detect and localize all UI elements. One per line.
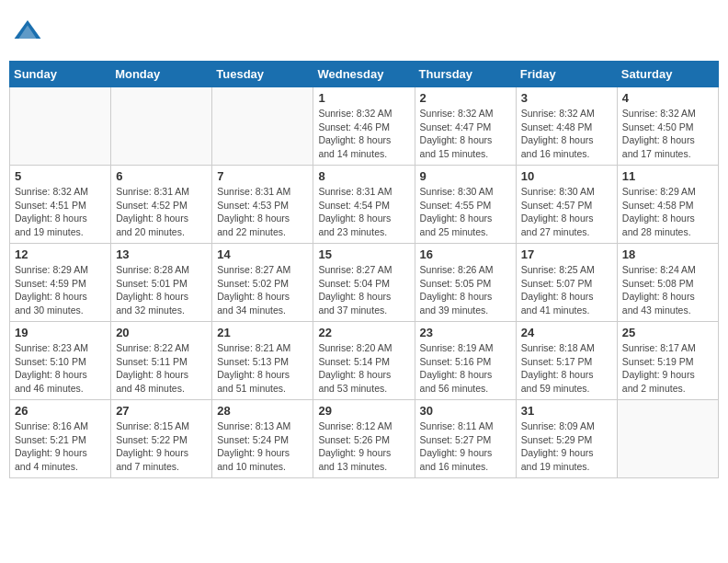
calendar-cell: 29Sunrise: 8:12 AM Sunset: 5:26 PM Dayli… [313, 400, 415, 478]
day-number: 27 [116, 404, 207, 418]
day-number: 30 [420, 404, 511, 418]
day-info: Sunrise: 8:20 AM Sunset: 5:14 PM Dayligh… [318, 341, 409, 396]
calendar-cell [212, 87, 313, 166]
calendar-cell: 25Sunrise: 8:17 AM Sunset: 5:19 PM Dayli… [617, 322, 718, 400]
day-number: 16 [420, 247, 511, 261]
calendar-cell: 20Sunrise: 8:22 AM Sunset: 5:11 PM Dayli… [111, 322, 212, 400]
day-number: 6 [116, 169, 207, 183]
calendar-cell: 23Sunrise: 8:19 AM Sunset: 5:16 PM Dayli… [415, 322, 516, 400]
day-info: Sunrise: 8:23 AM Sunset: 5:10 PM Dayligh… [15, 341, 106, 396]
day-number: 2 [420, 91, 511, 105]
day-info: Sunrise: 8:25 AM Sunset: 5:07 PM Dayligh… [521, 263, 612, 317]
day-info: Sunrise: 8:11 AM Sunset: 5:27 PM Dayligh… [420, 419, 511, 474]
calendar-cell: 7Sunrise: 8:31 AM Sunset: 4:53 PM Daylig… [212, 166, 313, 244]
day-number: 9 [420, 169, 511, 183]
calendar-cell: 13Sunrise: 8:28 AM Sunset: 5:01 PM Dayli… [111, 244, 212, 322]
day-info: Sunrise: 8:29 AM Sunset: 4:58 PM Dayligh… [622, 185, 713, 239]
calendar-cell: 9Sunrise: 8:30 AM Sunset: 4:55 PM Daylig… [415, 166, 516, 244]
calendar-cell: 1Sunrise: 8:32 AM Sunset: 4:46 PM Daylig… [313, 87, 415, 166]
day-info: Sunrise: 8:15 AM Sunset: 5:22 PM Dayligh… [116, 419, 207, 474]
day-number: 10 [521, 169, 612, 183]
day-number: 21 [217, 326, 308, 339]
weekday-header-row: SundayMondayTuesdayWednesdayThursdayFrid… [10, 62, 719, 87]
day-number: 3 [521, 91, 612, 105]
calendar-cell: 28Sunrise: 8:13 AM Sunset: 5:24 PM Dayli… [212, 400, 313, 478]
logo [13, 17, 44, 46]
day-number: 29 [318, 404, 409, 418]
calendar-cell: 19Sunrise: 8:23 AM Sunset: 5:10 PM Dayli… [10, 322, 111, 400]
day-info: Sunrise: 8:31 AM Sunset: 4:53 PM Dayligh… [217, 185, 308, 239]
day-info: Sunrise: 8:12 AM Sunset: 5:26 PM Dayligh… [318, 419, 409, 474]
day-number: 15 [318, 247, 409, 261]
calendar-cell [10, 87, 111, 166]
day-number: 12 [15, 247, 106, 261]
weekday-header-sunday: Sunday [10, 62, 111, 87]
day-info: Sunrise: 8:13 AM Sunset: 5:24 PM Dayligh… [217, 419, 308, 474]
calendar-cell: 30Sunrise: 8:11 AM Sunset: 5:27 PM Dayli… [415, 400, 516, 478]
day-number: 7 [217, 169, 308, 183]
day-number: 22 [318, 326, 409, 339]
calendar-cell: 22Sunrise: 8:20 AM Sunset: 5:14 PM Dayli… [313, 322, 415, 400]
calendar-cell: 6Sunrise: 8:31 AM Sunset: 4:52 PM Daylig… [111, 166, 212, 244]
calendar-cell: 17Sunrise: 8:25 AM Sunset: 5:07 PM Dayli… [516, 244, 617, 322]
day-info: Sunrise: 8:31 AM Sunset: 4:52 PM Dayligh… [116, 185, 207, 239]
weekday-header-friday: Friday [516, 62, 617, 87]
day-info: Sunrise: 8:30 AM Sunset: 4:55 PM Dayligh… [420, 185, 511, 239]
day-info: Sunrise: 8:32 AM Sunset: 4:46 PM Dayligh… [318, 107, 409, 161]
day-number: 20 [116, 326, 207, 339]
day-info: Sunrise: 8:16 AM Sunset: 5:21 PM Dayligh… [15, 419, 106, 474]
day-number: 18 [622, 247, 713, 261]
day-number: 1 [318, 91, 409, 105]
day-info: Sunrise: 8:09 AM Sunset: 5:29 PM Dayligh… [521, 419, 612, 474]
day-number: 5 [15, 169, 106, 183]
week-row-4: 19Sunrise: 8:23 AM Sunset: 5:10 PM Dayli… [10, 322, 719, 400]
calendar-cell: 21Sunrise: 8:21 AM Sunset: 5:13 PM Dayli… [212, 322, 313, 400]
day-info: Sunrise: 8:28 AM Sunset: 5:01 PM Dayligh… [116, 263, 207, 317]
day-number: 23 [420, 326, 511, 339]
calendar-cell: 11Sunrise: 8:29 AM Sunset: 4:58 PM Dayli… [617, 166, 718, 244]
day-info: Sunrise: 8:27 AM Sunset: 5:02 PM Dayligh… [217, 263, 308, 317]
day-info: Sunrise: 8:26 AM Sunset: 5:05 PM Dayligh… [420, 263, 511, 317]
day-info: Sunrise: 8:32 AM Sunset: 4:51 PM Dayligh… [15, 185, 106, 239]
calendar-cell: 14Sunrise: 8:27 AM Sunset: 5:02 PM Dayli… [212, 244, 313, 322]
day-info: Sunrise: 8:31 AM Sunset: 4:54 PM Dayligh… [318, 185, 409, 239]
day-info: Sunrise: 8:18 AM Sunset: 5:17 PM Dayligh… [521, 341, 612, 396]
day-info: Sunrise: 8:24 AM Sunset: 5:08 PM Dayligh… [622, 263, 713, 317]
calendar-cell: 3Sunrise: 8:32 AM Sunset: 4:48 PM Daylig… [516, 87, 617, 166]
day-number: 28 [217, 404, 308, 418]
day-info: Sunrise: 8:32 AM Sunset: 4:50 PM Dayligh… [622, 107, 713, 161]
day-number: 8 [318, 169, 409, 183]
calendar-cell [617, 400, 718, 478]
calendar-cell [111, 87, 212, 166]
calendar-cell: 4Sunrise: 8:32 AM Sunset: 4:50 PM Daylig… [617, 87, 718, 166]
day-number: 13 [116, 247, 207, 261]
calendar-cell: 5Sunrise: 8:32 AM Sunset: 4:51 PM Daylig… [10, 166, 111, 244]
day-info: Sunrise: 8:22 AM Sunset: 5:11 PM Dayligh… [116, 341, 207, 396]
day-info: Sunrise: 8:27 AM Sunset: 5:04 PM Dayligh… [318, 263, 409, 317]
day-info: Sunrise: 8:19 AM Sunset: 5:16 PM Dayligh… [420, 341, 511, 396]
weekday-header-tuesday: Tuesday [212, 62, 313, 87]
page-header [9, 9, 719, 53]
calendar-cell: 26Sunrise: 8:16 AM Sunset: 5:21 PM Dayli… [10, 400, 111, 478]
day-number: 4 [622, 91, 713, 105]
day-info: Sunrise: 8:32 AM Sunset: 4:47 PM Dayligh… [420, 107, 511, 161]
weekday-header-monday: Monday [111, 62, 212, 87]
calendar-cell: 16Sunrise: 8:26 AM Sunset: 5:05 PM Dayli… [415, 244, 516, 322]
calendar-cell: 24Sunrise: 8:18 AM Sunset: 5:17 PM Dayli… [516, 322, 617, 400]
day-number: 31 [521, 404, 612, 418]
calendar-cell: 2Sunrise: 8:32 AM Sunset: 4:47 PM Daylig… [415, 87, 516, 166]
weekday-header-wednesday: Wednesday [313, 62, 415, 87]
day-info: Sunrise: 8:29 AM Sunset: 4:59 PM Dayligh… [15, 263, 106, 317]
day-number: 24 [521, 326, 612, 339]
week-row-3: 12Sunrise: 8:29 AM Sunset: 4:59 PM Dayli… [10, 244, 719, 322]
day-number: 11 [622, 169, 713, 183]
calendar-cell: 8Sunrise: 8:31 AM Sunset: 4:54 PM Daylig… [313, 166, 415, 244]
day-number: 26 [15, 404, 106, 418]
day-number: 17 [521, 247, 612, 261]
day-number: 19 [15, 326, 106, 339]
logo-icon [13, 17, 42, 46]
calendar-cell: 12Sunrise: 8:29 AM Sunset: 4:59 PM Dayli… [10, 244, 111, 322]
day-info: Sunrise: 8:32 AM Sunset: 4:48 PM Dayligh… [521, 107, 612, 161]
calendar-cell: 15Sunrise: 8:27 AM Sunset: 5:04 PM Dayli… [313, 244, 415, 322]
calendar-cell: 27Sunrise: 8:15 AM Sunset: 5:22 PM Dayli… [111, 400, 212, 478]
